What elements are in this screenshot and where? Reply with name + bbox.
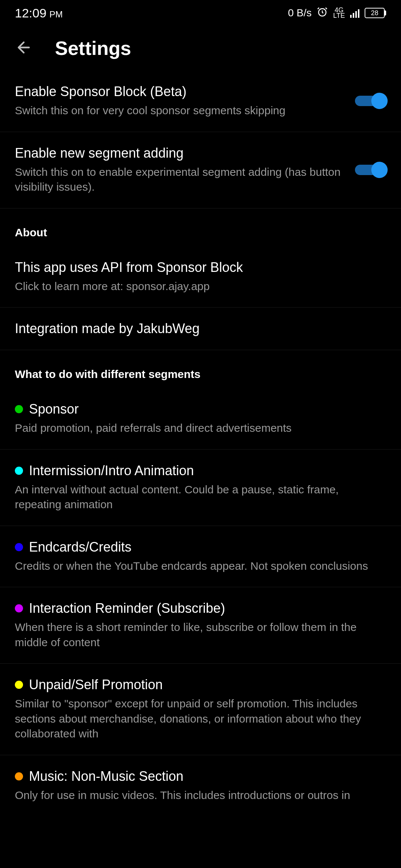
status-net-speed: 0 B/s — [288, 7, 312, 19]
segment-subtitle: Credits or when the YouTube endcards app… — [15, 559, 386, 574]
section-header-segments: What to do with different segments — [0, 350, 401, 388]
status-time-block: 12:09 PM — [15, 6, 63, 20]
segment-subtitle: Similar to "sponsor" except for unpaid o… — [15, 696, 386, 742]
segment-endcards[interactable]: Endcards/Credits Credits or when the You… — [0, 526, 401, 588]
status-right: 0 B/s 4G LTE 28 — [288, 6, 387, 20]
segment-subtitle: An interval without actual content. Coul… — [15, 482, 386, 512]
about-integration-row[interactable]: Integration made by JakubWeg — [0, 308, 401, 350]
page-title: Settings — [55, 37, 131, 59]
segment-subtitle: When there is a short reminder to like, … — [15, 620, 386, 650]
segment-title: Unpaid/Self Promotion — [29, 677, 163, 693]
segment-interaction[interactable]: Interaction Reminder (Subscribe) When th… — [0, 587, 401, 664]
alarm-icon — [317, 6, 328, 20]
setting-enable-segment-adding[interactable]: Enable new segment adding Switch this on… — [0, 132, 401, 208]
signal-icon — [350, 8, 359, 18]
network-lte-label: LTE — [333, 13, 345, 19]
toggle-switch[interactable] — [355, 93, 386, 108]
segment-title: Intermission/Intro Animation — [29, 463, 194, 479]
status-bar: 12:09 PM 0 B/s 4G LTE 28 — [0, 0, 401, 26]
segment-color-dot — [15, 772, 23, 780]
segment-title: Sponsor — [29, 401, 79, 417]
segment-title: Interaction Reminder (Subscribe) — [29, 601, 225, 616]
setting-enable-sponsor-block[interactable]: Enable Sponsor Block (Beta) Switch this … — [0, 70, 401, 132]
about-subtitle: Click to learn more at: sponsor.ajay.app — [15, 279, 386, 294]
segment-color-dot — [15, 467, 23, 475]
segment-subtitle: Paid promotion, paid referrals and direc… — [15, 421, 386, 436]
back-button[interactable] — [15, 39, 33, 58]
segment-color-dot — [15, 604, 23, 612]
segment-color-dot — [15, 543, 23, 551]
app-bar: Settings — [0, 26, 401, 70]
settings-list[interactable]: Enable Sponsor Block (Beta) Switch this … — [0, 70, 401, 803]
about-title: This app uses API from Sponsor Block — [15, 260, 386, 275]
status-time: 12:09 — [15, 6, 46, 20]
segment-title: Endcards/Credits — [29, 539, 131, 555]
segment-color-dot — [15, 681, 23, 689]
setting-subtitle: Switch this on to enable experimental se… — [15, 165, 344, 195]
setting-subtitle: Switch this on for very cool sponsor seg… — [15, 103, 344, 118]
toggle-switch[interactable] — [355, 162, 386, 177]
segment-sponsor[interactable]: Sponsor Paid promotion, paid referrals a… — [0, 388, 401, 450]
battery-level: 28 — [371, 9, 378, 17]
section-header-about: About — [0, 208, 401, 246]
segment-selfpromo[interactable]: Unpaid/Self Promotion Similar to "sponso… — [0, 664, 401, 755]
about-api-row[interactable]: This app uses API from Sponsor Block Cli… — [0, 246, 401, 308]
battery-icon: 28 — [365, 8, 386, 18]
segment-title: Music: Non-Music Section — [29, 769, 183, 784]
setting-title: Enable Sponsor Block (Beta) — [15, 84, 344, 99]
about-title: Integration made by JakubWeg — [15, 321, 386, 336]
status-ampm: PM — [49, 9, 63, 20]
segment-color-dot — [15, 405, 23, 413]
segment-subtitle: Only for use in music videos. This inclu… — [15, 788, 386, 803]
network-type-icon: 4G LTE — [333, 7, 345, 19]
segment-intro[interactable]: Intermission/Intro Animation An interval… — [0, 450, 401, 526]
setting-title: Enable new segment adding — [15, 145, 344, 161]
segment-music-nonmusic[interactable]: Music: Non-Music Section Only for use in… — [0, 755, 401, 803]
